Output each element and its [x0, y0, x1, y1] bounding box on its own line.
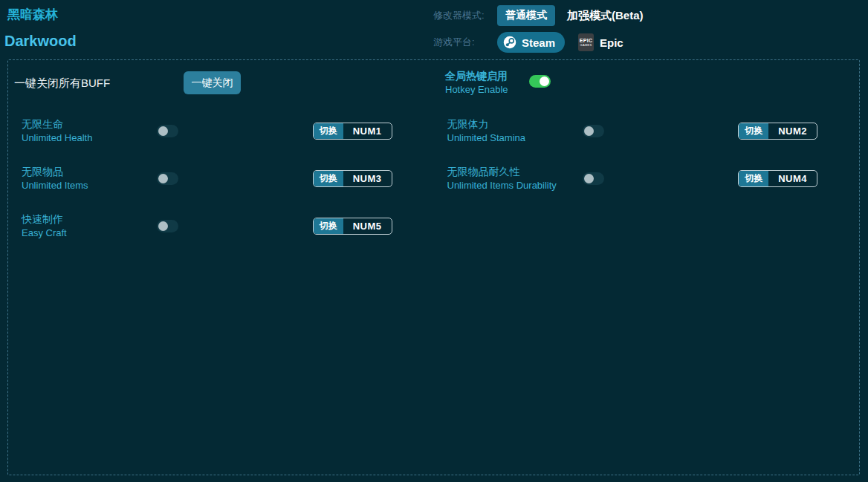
platform-steam-label: Steam	[522, 36, 555, 49]
feature-hotkey-control[interactable]: 切换 NUM4	[738, 170, 817, 187]
hotkey-toggle-button[interactable]: 切换	[314, 218, 343, 234]
hotkey-enable-label-cn: 全局热键启用	[445, 71, 508, 81]
feature-hotkey-control[interactable]: 切换 NUM3	[313, 170, 392, 187]
hotkey-key-label[interactable]: NUM2	[768, 123, 817, 139]
feature-labels: 快速制作 Easy Craft	[22, 214, 157, 238]
steam-icon	[503, 36, 516, 49]
feature-name-en: Unlimited Items Durability	[447, 180, 583, 190]
game-title-en: Darkwood	[4, 33, 77, 50]
hotkey-key-label[interactable]: NUM1	[343, 123, 392, 139]
feature-name-cn: 无限物品	[22, 166, 157, 177]
feature-row: 无限体力 Unlimited Stamina 切换 NUM2	[434, 107, 860, 154]
feature-name-en: Unlimited Health	[22, 133, 157, 143]
feature-toggle[interactable]	[157, 172, 178, 185]
toggle-knob	[584, 126, 594, 136]
feature-labels: 无限体力 Unlimited Stamina	[447, 119, 583, 143]
hotkey-toggle-button[interactable]: 切换	[314, 171, 343, 186]
feature-toggle[interactable]	[583, 172, 604, 185]
feature-name-en: Unlimited Stamina	[447, 133, 583, 143]
feature-name-cn: 无限物品耐久性	[447, 166, 583, 177]
feature-row: 无限生命 Unlimited Health 切换 NUM1	[8, 107, 434, 154]
disable-all-buff-label: 一键关闭所有BUFF	[14, 76, 110, 91]
hotkey-key-label[interactable]: NUM4	[768, 171, 817, 186]
hotkey-enable-toggle[interactable]	[529, 75, 551, 88]
header-controls: 修改器模式: 普通模式 加强模式(Beta) 游戏平台: Steam EPIC …	[433, 4, 644, 58]
platform-option-steam[interactable]: Steam	[497, 32, 565, 53]
feature-labels: 无限物品 Unlimited Items	[22, 166, 157, 190]
mode-option-normal[interactable]: 普通模式	[497, 5, 555, 26]
hotkey-toggle-button[interactable]: 切换	[739, 171, 768, 186]
game-title-cn: 黑暗森林	[7, 6, 58, 23]
toggle-knob	[158, 126, 168, 136]
feature-hotkey-control[interactable]: 切换 NUM1	[313, 123, 392, 140]
feature-labels: 无限物品耐久性 Unlimited Items Durability	[447, 166, 583, 190]
platform-epic-label: Epic	[600, 36, 624, 49]
feature-labels: 无限生命 Unlimited Health	[22, 119, 157, 143]
feature-toggle[interactable]	[583, 125, 604, 137]
hotkey-toggle-button[interactable]: 切换	[739, 123, 768, 139]
toggle-knob	[158, 174, 168, 183]
platform-row: 游戏平台: Steam EPIC GAMES Epic	[433, 31, 644, 53]
feature-row: 无限物品 Unlimited Items 切换 NUM3	[8, 154, 434, 202]
feature-name-cn: 无限体力	[447, 119, 583, 129]
feature-toggle[interactable]	[157, 220, 178, 232]
toggle-knob	[158, 221, 168, 231]
hotkey-toggle-button[interactable]: 切换	[314, 123, 343, 139]
feature-toggle[interactable]	[157, 125, 178, 137]
toggle-knob	[540, 76, 549, 86]
feature-name-en: Easy Craft	[22, 228, 157, 238]
hotkey-enable-block: 全局热键启用 Hotkey Enable	[445, 71, 508, 94]
features-grid: 无限生命 Unlimited Health 切换 NUM1 无限体力 Unlim…	[8, 107, 859, 250]
feature-row: 无限物品耐久性 Unlimited Items Durability 切换 NU…	[434, 154, 860, 202]
feature-name-cn: 快速制作	[22, 214, 157, 224]
mode-option-enhanced[interactable]: 加强模式(Beta)	[567, 9, 644, 23]
feature-name-en: Unlimited Items	[22, 180, 157, 190]
disable-all-buff-button[interactable]: 一键关闭	[184, 71, 241, 94]
hotkey-key-label[interactable]: NUM3	[343, 171, 392, 186]
platform-label: 游戏平台:	[433, 36, 490, 49]
feature-row: 快速制作 Easy Craft 切换 NUM5	[8, 202, 434, 250]
mode-label: 修改器模式:	[433, 9, 490, 22]
feature-hotkey-control[interactable]: 切换 NUM5	[313, 218, 392, 235]
feature-name-cn: 无限生命	[22, 119, 157, 129]
epic-games-icon: EPIC GAMES	[578, 33, 594, 51]
hotkey-enable-label-en: Hotkey Enable	[445, 85, 508, 94]
platform-option-epic[interactable]: EPIC GAMES Epic	[578, 33, 624, 51]
hotkey-key-label[interactable]: NUM5	[343, 218, 392, 234]
toggle-knob	[584, 174, 594, 183]
feature-hotkey-control[interactable]: 切换 NUM2	[738, 123, 817, 140]
mode-row: 修改器模式: 普通模式 加强模式(Beta)	[433, 4, 644, 27]
trainer-panel: 一键关闭所有BUFF 一键关闭 全局热键启用 Hotkey Enable 无限生…	[7, 59, 860, 475]
